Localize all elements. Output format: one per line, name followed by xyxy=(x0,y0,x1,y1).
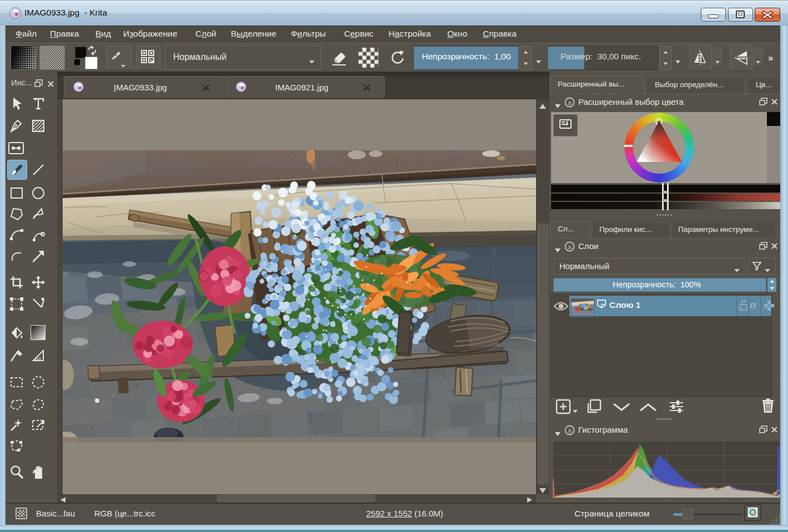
svg-text:a: a xyxy=(568,244,572,250)
svg-text:a: a xyxy=(568,99,572,106)
svg-text:a: a xyxy=(568,427,572,434)
